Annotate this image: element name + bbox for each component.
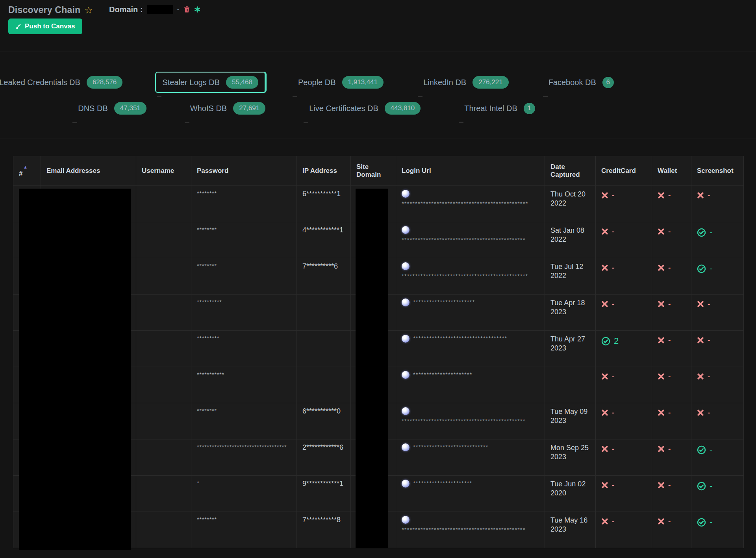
username-cell: [136, 186, 191, 222]
push-to-canvas-button[interactable]: Push to Canvas: [8, 19, 82, 34]
login-url-masked-value: ****************************************…: [402, 200, 539, 207]
x-icon: [601, 482, 608, 489]
login-url-cell: ***********************: [396, 295, 545, 331]
column-header-site-domain[interactable]: Site Domain: [351, 156, 396, 186]
creditcard-status: -: [601, 226, 646, 236]
wallet-status: -: [658, 407, 686, 417]
globe-icon: [402, 516, 410, 524]
date-captured-value: Tue May 09 2023: [550, 408, 587, 425]
screenshot-cell: -: [691, 186, 744, 222]
wallet-value: -: [668, 408, 671, 417]
delete-domain-button[interactable]: [183, 6, 190, 13]
column-header-creditcard[interactable]: CreditCard: [596, 156, 652, 186]
x-icon: [601, 192, 608, 199]
password-cell: ********: [191, 186, 297, 222]
tab-leaked-credentials-db[interactable]: Leaked Credentials DB628,576: [0, 72, 131, 93]
creditcard-cell: -: [596, 295, 652, 331]
creditcard-status: 2: [601, 335, 646, 346]
wallet-cell: -: [652, 367, 691, 403]
login-url-cell: **********************: [396, 476, 545, 512]
login-url-masked-value: ****************************************…: [402, 417, 539, 424]
tab-facebook-db[interactable]: Facebook DB6: [541, 72, 622, 93]
login-url-link[interactable]: ***********************************: [402, 335, 539, 343]
login-url-link[interactable]: ****************************: [402, 443, 539, 451]
date-captured-cell: Tue Jun 02 2020: [545, 476, 596, 512]
login-url-cell: **********************: [396, 367, 545, 403]
x-icon: [658, 337, 665, 344]
tab-live-certificates-db[interactable]: Live Certificates DB443,810: [302, 98, 429, 119]
check-circle-icon: [697, 445, 706, 454]
date-captured-cell: Tue Apr 18 2023: [545, 295, 596, 331]
login-url-cell: ****************************************…: [396, 186, 545, 222]
tab-label: DNS DB: [78, 104, 108, 113]
star-icon[interactable]: ☆: [84, 6, 93, 15]
screenshot-value: -: [708, 372, 710, 381]
ip-address-cell: 6***********1: [297, 186, 351, 222]
column-header-username[interactable]: Username: [136, 156, 191, 186]
globe-icon: [402, 371, 410, 379]
login-url-link[interactable]: **********************: [402, 480, 539, 488]
column-header-ip-address[interactable]: IP Address: [297, 156, 351, 186]
username-cell: [136, 403, 191, 439]
column-header-screenshot[interactable]: Screenshot: [691, 156, 744, 186]
login-url-link[interactable]: ****************************************…: [402, 226, 539, 243]
tab-label: Threat Intel DB: [464, 104, 517, 113]
login-url-link[interactable]: ***********************: [402, 298, 539, 306]
tab-linkedin-db[interactable]: LinkedIn DB276,221: [416, 72, 517, 93]
wallet-status: -: [658, 371, 686, 381]
login-url-link[interactable]: ****************************************…: [402, 190, 539, 207]
creditcard-value: -: [612, 372, 614, 381]
column-header-wallet[interactable]: Wallet: [652, 156, 691, 186]
check-circle-icon: [697, 518, 706, 527]
screenshot-cell: -: [691, 258, 744, 295]
screenshot-status: -: [697, 516, 738, 527]
tab-threat-intel-db[interactable]: Threat Intel DB1: [457, 98, 543, 119]
tab-whois-db[interactable]: WhoIS DB27,691: [183, 98, 274, 119]
wallet-value: -: [668, 372, 671, 381]
creditcard-cell: -: [596, 186, 652, 222]
wallet-status: -: [658, 190, 686, 200]
screenshot-cell: -: [691, 331, 744, 367]
tab-label: LinkedIn DB: [423, 78, 466, 87]
tab-dns-db[interactable]: DNS DB47,351: [71, 98, 155, 119]
screenshot-cell: -: [691, 222, 744, 258]
login-url-link[interactable]: **********************: [402, 371, 539, 379]
password-cell: ********: [191, 222, 297, 258]
tab-stealer-logs-db[interactable]: Stealer Logs DB55,468: [155, 72, 267, 93]
x-icon: [601, 300, 608, 308]
password-cell: ********: [191, 512, 297, 548]
column-header-password[interactable]: Password: [191, 156, 297, 186]
login-url-cell: ****************************************…: [396, 222, 545, 258]
password-masked-value: ************************************: [197, 443, 287, 450]
column-header-email-addresses[interactable]: Email Addresses: [41, 156, 136, 186]
x-icon: [658, 300, 665, 308]
login-url-cell: ****************************************…: [396, 403, 545, 439]
login-url-masked-value: ****************************: [413, 443, 488, 450]
check-circle-icon: [697, 228, 706, 237]
asterisk-icon: [194, 6, 200, 13]
sort-asc-icon: ▲: [23, 165, 35, 170]
date-captured-value: Tue May 16 2023: [550, 516, 587, 533]
wallet-status: -: [658, 226, 686, 236]
creditcard-cell: -: [596, 367, 652, 403]
x-icon: [601, 445, 608, 452]
x-icon: [697, 192, 704, 199]
login-url-link[interactable]: ****************************************…: [402, 516, 539, 533]
tab-count-badge: 27,691: [233, 102, 265, 115]
column-header-login-url[interactable]: Login Url: [396, 156, 545, 186]
screenshot-status: -: [697, 190, 738, 200]
ip-address-value: 9************1: [302, 480, 343, 488]
tab-people-db[interactable]: People DB1,913,441: [291, 72, 392, 93]
column-header-date-captured[interactable]: Date Captured: [545, 156, 596, 186]
date-captured-cell: [545, 367, 596, 403]
date-captured-value: Mon Sep 25 2023: [550, 444, 589, 461]
wallet-status: -: [658, 262, 686, 272]
login-url-link[interactable]: ****************************************…: [402, 262, 539, 279]
page-title: Discovery Chain: [8, 5, 80, 15]
date-captured-value: Tue Jul 12 2022: [550, 263, 583, 280]
wallet-cell: -: [652, 258, 691, 295]
refresh-domain-button[interactable]: [194, 6, 200, 13]
column-header-#[interactable]: ▲#: [13, 156, 41, 186]
x-icon: [658, 228, 665, 235]
login-url-link[interactable]: ****************************************…: [402, 407, 539, 424]
